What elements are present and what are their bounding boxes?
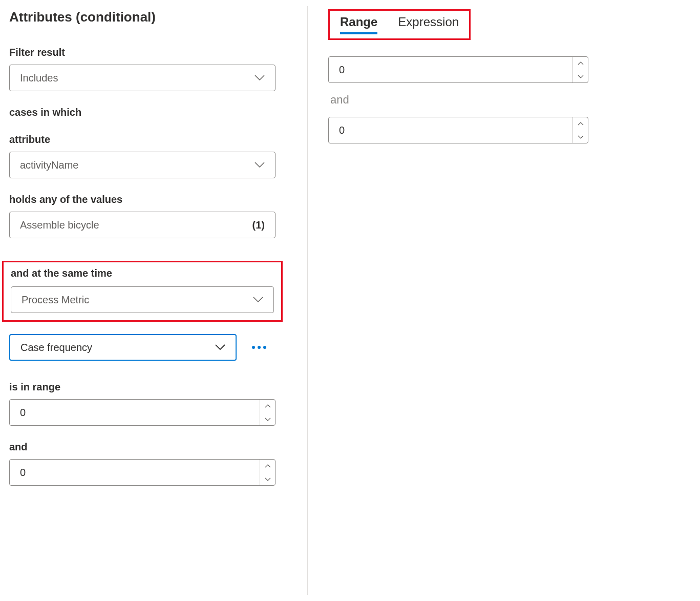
spinner-up-button[interactable] xyxy=(260,460,275,472)
right-range-high-value: 0 xyxy=(329,125,572,136)
range-low-value: 0 xyxy=(10,407,260,419)
chevron-up-icon xyxy=(265,404,271,408)
range-low-input[interactable]: 0 xyxy=(9,399,275,426)
same-time-value: Process Metric xyxy=(22,294,89,306)
more-options-button[interactable] xyxy=(252,346,266,349)
right-range-low-input[interactable]: 0 xyxy=(328,56,588,83)
attribute-select[interactable]: activityName xyxy=(9,152,275,178)
tab-range[interactable]: Range xyxy=(340,15,377,34)
spinner-down-button[interactable] xyxy=(260,412,275,425)
and-text: and xyxy=(330,93,685,107)
filter-result-select[interactable]: Includes xyxy=(9,65,275,91)
same-time-select[interactable]: Process Metric xyxy=(11,286,274,313)
spinner-up-button[interactable] xyxy=(573,117,588,130)
page-title: Attributes (conditional) xyxy=(9,9,298,25)
chevron-down-icon xyxy=(253,297,263,303)
ellipsis-icon xyxy=(263,346,266,349)
chevron-down-icon xyxy=(254,162,265,168)
spinner-down-button[interactable] xyxy=(573,70,588,82)
filter-result-label: Filter result xyxy=(9,47,298,58)
right-range-low-spinner xyxy=(572,57,588,82)
and-label: and xyxy=(9,441,298,453)
spinner-down-button[interactable] xyxy=(260,472,275,485)
range-low-spinner xyxy=(260,400,275,425)
range-high-spinner xyxy=(260,460,275,485)
spinner-up-button[interactable] xyxy=(260,400,275,412)
chevron-down-icon xyxy=(578,135,584,139)
case-frequency-value: Case frequency xyxy=(20,342,92,354)
tabs: Range Expression xyxy=(340,15,459,34)
tabs-highlight: Range Expression xyxy=(328,9,471,40)
spinner-up-button[interactable] xyxy=(573,57,588,70)
same-time-label: and at the same time xyxy=(11,267,274,279)
right-range-high-input[interactable]: 0 xyxy=(328,117,588,143)
right-range-high-spinner xyxy=(572,117,588,143)
chevron-up-icon xyxy=(578,61,584,66)
is-in-range-label: is in range xyxy=(9,381,298,393)
holds-values-count: (1) xyxy=(252,219,265,231)
range-high-value: 0 xyxy=(10,467,260,479)
chevron-down-icon xyxy=(578,74,584,78)
ellipsis-icon xyxy=(252,346,255,349)
holds-values-value: Assemble bicycle xyxy=(20,219,99,231)
cases-in-which-label: cases in which xyxy=(9,107,298,118)
spinner-down-button[interactable] xyxy=(573,130,588,143)
attribute-value: activityName xyxy=(20,159,78,171)
holds-values-select[interactable]: Assemble bicycle (1) xyxy=(9,212,275,238)
filter-result-value: Includes xyxy=(20,72,58,84)
attribute-label: attribute xyxy=(9,134,298,146)
holds-values-label: holds any of the values xyxy=(9,194,298,205)
right-range-low-value: 0 xyxy=(329,64,572,76)
range-high-input[interactable]: 0 xyxy=(9,459,275,486)
chevron-down-icon xyxy=(265,477,271,481)
tab-expression[interactable]: Expression xyxy=(398,15,459,34)
chevron-up-icon xyxy=(265,464,271,468)
same-time-highlight: and at the same time Process Metric xyxy=(2,261,283,322)
ellipsis-icon xyxy=(258,346,261,349)
chevron-down-icon xyxy=(215,344,225,350)
chevron-up-icon xyxy=(578,122,584,126)
chevron-down-icon xyxy=(265,417,271,421)
chevron-down-icon xyxy=(254,75,265,81)
right-panel: Range Expression 0 and 0 xyxy=(308,0,700,601)
left-panel: Attributes (conditional) Filter result I… xyxy=(0,0,307,601)
case-frequency-select[interactable]: Case frequency xyxy=(9,334,237,361)
